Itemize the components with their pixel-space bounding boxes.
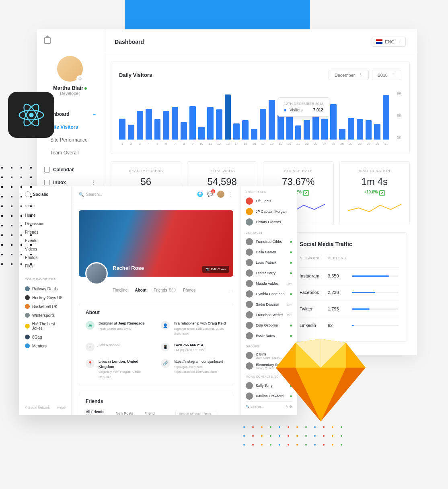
about-card: About JRDesigner at Jeep RenegadePast: L… [79,303,233,386]
bar-chart: 9K6K3K 12TH DECEMBER 2018 Visitors7,012 [119,91,401,140]
nav-site-performance[interactable]: Site Performance [44,134,96,146]
contact-item[interactable]: JP Captain Morgan [246,206,292,217]
favorite-item[interactable]: 8Gag [25,333,66,341]
contact-item[interactable]: Cynthia Copeland [246,289,292,299]
sketch-logo [275,339,366,421]
year-selector[interactable]: 2018⋮ [372,70,401,80]
bar-day-28[interactable] [357,119,363,140]
profile-cover: Rachel Rose 📷Edit Cover [79,210,233,277]
messages-icon[interactable]: 💬 [207,191,213,197]
contact-item[interactable]: Lift Lights [246,196,292,206]
daily-visitors-chart: Daily Visitors December⋮ 2018⋮ 9K6K3K 12… [111,62,410,154]
bar-day-3[interactable] [137,111,143,140]
bar-day-30[interactable] [374,124,380,140]
tab-all-friends[interactable]: All Friends 580 [86,410,109,415]
contact-item[interactable]: Francisco Gibbs [246,236,292,247]
traffic-row: Facebook2,236 [300,284,399,300]
tab-friends[interactable]: Friends 580 [154,288,176,292]
tab-new-posts[interactable]: New Posts 120 [116,411,138,415]
decorative-dots [1,167,32,265]
bar-day-13[interactable] [225,95,231,140]
user-avatar[interactable]: ⚙ [57,56,83,82]
bar-day-17[interactable] [260,109,266,140]
bar-day-2[interactable] [128,125,134,140]
home-icon[interactable] [44,37,51,44]
page-title: Dashboard [115,39,144,45]
bar-day-19[interactable] [277,115,284,140]
svg-marker-13 [276,343,296,368]
contact-item[interactable]: Sadie Dawson32m [246,299,292,310]
favorite-item[interactable]: Basketball UK [25,302,66,311]
chart-title: Daily Visitors [119,72,152,78]
contact-item[interactable]: Della Garrett [246,247,292,257]
contact-item[interactable]: Eula Osborne [246,320,292,331]
bar-day-6[interactable] [163,111,169,140]
react-icon [15,99,47,131]
help-link[interactable]: Help? [57,406,66,409]
social-topbar: 🔍Search... 🌐 💬 ⋮ [72,186,240,203]
tab-timeline[interactable]: Timeline [113,288,127,292]
traffic-row: Instagram3,550 [300,267,399,284]
language-selector[interactable]: ENG⋮ [372,37,406,47]
bar-day-12[interactable] [216,109,222,140]
contact-item[interactable]: Maude Valdez9m [246,278,292,289]
gear-icon[interactable]: ⚙ [76,75,84,82]
more-icon[interactable]: ⋯ [223,413,226,415]
tab-photos[interactable]: Photos [183,288,195,292]
topbar-avatar[interactable] [217,191,224,198]
profile-avatar[interactable] [85,262,108,285]
chart-tooltip: 12TH DECEMBER 2018 Visitors7,012 [278,97,329,117]
edit-cover-button[interactable]: 📷Edit Cover [202,266,229,273]
nav-calendar[interactable]: Calendar [44,163,96,176]
bar-day-24[interactable] [321,119,328,140]
social-search[interactable]: 🔍Search... [79,192,193,197]
bar-day-21[interactable] [295,125,302,140]
favorite-item[interactable]: Railway Deals [25,284,66,293]
bar-day-25[interactable] [330,104,337,140]
bar-day-31[interactable] [383,95,389,140]
tab-about[interactable]: About [135,288,146,292]
bar-day-18[interactable] [269,100,275,140]
contact-item[interactable]: History Classes [246,217,292,227]
plus-icon[interactable]: + [86,343,95,351]
bar-day-7[interactable] [172,107,178,140]
favorite-item[interactable]: Ha! The best Jokes [25,320,66,333]
favorite-item[interactable]: Mentors [25,341,66,350]
tab-friend-requests[interactable]: Friend Requests [144,411,169,415]
bar-day-14[interactable] [233,123,240,140]
friends-search[interactable]: Search for your friends 🔍 [175,410,216,415]
contact-item[interactable]: Francisco Weber15m [246,310,292,320]
bar-day-9[interactable] [189,106,196,140]
svg-marker-14 [346,343,366,368]
kpi-card: VISIT DURATION1m 4s+19.6%↗ [339,161,410,225]
favorite-item[interactable]: Hockey Guys UK [25,293,66,302]
search-icon: 🔍 [79,192,84,197]
social-traffic-card: Social Media Traffic NETWORKVISITORS Ins… [291,232,407,342]
bar-day-16[interactable] [251,129,257,140]
person-icon: 👤 [161,321,170,330]
bar-day-10[interactable] [198,127,205,140]
more-icon[interactable]: ⋮ [228,191,233,197]
bar-day-15[interactable] [242,120,249,140]
bar-day-4[interactable] [146,109,152,140]
friends-card: Friends All Friends 580 New Posts 120 Fr… [79,392,233,415]
bar-day-29[interactable] [366,120,372,140]
favorite-item[interactable]: Wintersports [25,311,66,320]
camera-icon: 📷 [206,267,210,271]
bar-day-5[interactable] [154,119,161,140]
company-icon: JR [86,321,95,330]
bar-day-8[interactable] [181,122,187,140]
nav-team-overall[interactable]: Team Overall [44,146,96,159]
bar-day-26[interactable] [339,129,345,140]
contact-item[interactable]: Lester Berry [246,268,292,278]
bar-day-27[interactable] [348,118,354,140]
month-selector[interactable]: December⋮ [329,70,369,80]
social-traffic-title: Social Media Traffic [300,241,399,247]
contact-item[interactable]: Louis Patrick [246,257,292,268]
globe-icon[interactable]: 🌐 [197,191,203,197]
bar-day-22[interactable] [304,120,310,140]
bar-day-1[interactable] [119,119,125,140]
traffic-row: Twitter1,795 [300,300,399,317]
more-icon[interactable]: ⋯ [229,288,233,292]
bar-day-11[interactable] [207,107,214,140]
